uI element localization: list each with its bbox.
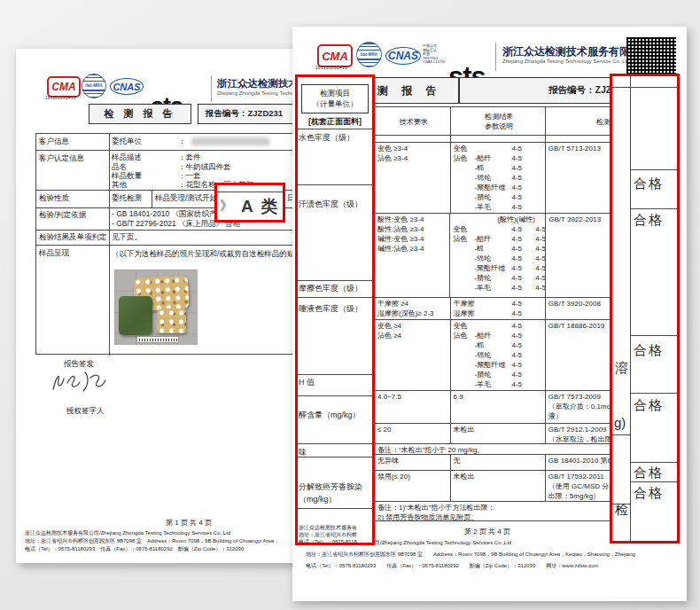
page2-page-number: 第 2 页 共 4 页 (430, 527, 545, 536)
photo-label-strip (136, 336, 179, 343)
sign-authorized-label: 授权签字人 (66, 406, 105, 416)
annotation-strip-verdict: 溶 g) 检 合格 合格 合格 合格 合格 合格 (610, 74, 680, 544)
verdict-pass-6: 合格 (634, 485, 664, 502)
section-pillowcase-fabric: [枕套正面面料] (298, 116, 372, 128)
cma-number-p2: 181111262431 (315, 66, 347, 70)
row-nature-label: 检验性质 (39, 193, 69, 203)
verdict-pass-3: 合格 (634, 342, 664, 359)
req-cell: 无异味 (375, 455, 450, 470)
req-cell: 酸性:变色 ≥3-4 酸性:沾色 ≥3-4 碱性:变色 ≥3-4 碱性:沾色 ≥… (375, 214, 449, 297)
company-name-en-p2: Zhejiang Zhongda Testing Technology Serv… (502, 59, 630, 64)
verdict-pass-1: 合格 (634, 176, 664, 192)
result-cell: 6.9 (450, 391, 545, 423)
result-cell: 未检出 (450, 471, 545, 501)
cma-logo-p2: CMA (317, 44, 353, 67)
header-divider-p2 (495, 43, 496, 71)
result-cell: 无 (450, 455, 545, 470)
redacted-client-name (191, 137, 269, 145)
page1-page-number: 第 1 页 共 4 页 (131, 518, 246, 528)
fragment-char-2: g) (614, 415, 626, 430)
req-cell: 4.0~7.5 (375, 391, 450, 423)
req-cell: 变色 ≥3-4 沾色 ≥3-4 (375, 143, 450, 213)
page2-footer-line3: 电话（Tel）：0575-81180293 传真（Fax）：0575-81180… (306, 562, 599, 569)
item-formaldehyde: 醛含量（mg/kg） (299, 410, 361, 420)
ilac-mra-logo-p2: ilac-MRA (356, 42, 382, 67)
result-cell: 变色4-5 沾色 -醋纤4-5 -棉4-5 -锦纶4-5 -聚酯纤维4-5 -腈… (450, 320, 545, 390)
item-water-fastness: 水色牢度（级） (299, 132, 354, 143)
result-head: (酸性)(碱性) (497, 215, 545, 224)
req-cell: 干摩擦 ≥4 湿摩擦(深色)≥ 2-3 (375, 298, 450, 319)
row-basis-label: 检验/判定依据 (39, 210, 86, 220)
row-entrust-colon: ： (178, 137, 186, 146)
field-sample-desc: 样品描述：套件 (112, 152, 201, 162)
signature (48, 366, 112, 402)
page2-footer-line2: 地址：浙江省绍兴市柯桥区创意园东区 9B7098 室 Address：Room … (306, 551, 635, 558)
a-class-bracket: 》 (220, 198, 233, 215)
req-cell: 变色 ≥4 沾色 ≥4 (375, 320, 450, 390)
header-divider (211, 75, 212, 102)
report-title-bar: 检 测 报 告 (89, 104, 191, 124)
strip-footer-frag-2: 地址：浙江省绍兴市柯桥 (299, 531, 357, 538)
row-ident-label: 客户认定信息 (39, 153, 84, 163)
fragment-char-3: 检 (615, 502, 628, 519)
report-title: 检 测 报 告 (104, 107, 175, 121)
ilac-mra-logo: ilac-MRA (82, 74, 106, 98)
row-result-value: 见下页。 (112, 232, 142, 242)
annotation-strip-test-items: 检测项目 （计量单位） [枕套正面面料] 水色牢度（级） 汗渍色牢度（级） 摩擦… (295, 74, 375, 545)
test-item-header-cell: 检测项目 （计量单位） (301, 84, 369, 113)
verdict-pass-4: 合格 (634, 397, 664, 414)
qr-code (626, 37, 676, 78)
row-customer-label: 客户信息 (39, 137, 69, 146)
item-perspiration-fastness: 汗渍色牢度（级） (299, 199, 362, 209)
page1-footer-line3: 电话（Tel）：0575-81180293 传真（Fax）：0575-81180… (25, 545, 244, 552)
photo-quilt-small (157, 309, 186, 333)
verdict-pass-2: 合格 (634, 212, 664, 229)
result-cell: (酸性)(碱性) 变色4-54-5 沾色 -醋纤4-54-5 -棉4-54-5 … (449, 214, 545, 297)
item-rubbing-fastness: 摩擦色牢度（级） (299, 283, 362, 293)
cnas-logo-p2: CNAS (385, 47, 421, 65)
strip-footer-frag-1: 浙江众达检测技术服务有 (299, 524, 357, 531)
header-req: 技术要求 (375, 107, 450, 135)
item-saliva-fastness: 唾液色牢度（级） (299, 303, 362, 314)
strip-footer-frag-3: 电话（Tel）：0575-8118 (299, 538, 357, 545)
result-cell: 干摩擦4-5 湿摩擦4-5 (450, 298, 545, 319)
sample-photo (114, 270, 198, 345)
item-ph-value: H 值 (299, 377, 315, 387)
sample-caption: （以下为送检样品的照片呈现和/或裁剪自送检样品的贴样） (112, 249, 309, 259)
report-no: 报告编号：ZJZD231 (206, 108, 283, 120)
result-cell: 未检出 (450, 424, 545, 443)
cnas-accreditation-text: 中国认可 国际互认 检测 TESTING CNAS L11726 (423, 44, 445, 65)
page1-footer-line2: 地址：浙江省绍兴市柯桥区创意园东区 9B7098 室 Address：Room … (25, 537, 279, 544)
a-class-label: A 类 (241, 195, 279, 218)
req-cell: 禁用(≤ 20) (375, 471, 450, 501)
report-title-p2: 测 报 告 (377, 83, 442, 98)
cnas-logo: CNAS (110, 78, 144, 95)
result-cell: 变色4-5 沾色 -醋纤4-5 -棉4-5 -锦纶4-5 -聚酯纤维4-5 -腈… (450, 143, 545, 213)
item-aromatic-amines-2: （mg/kg） (299, 494, 337, 504)
item-aromatic-amines-1: 分解致癌芳香胺染 (299, 481, 362, 492)
req-cell: ≤ 20 (375, 424, 450, 443)
fragment-char-1: 溶 (615, 360, 628, 377)
cma-number: 181111262431 (45, 95, 76, 102)
row-result-label: 检验结果及单项判定 (39, 232, 107, 242)
annotation-a-class: 》 A 类 (214, 183, 285, 223)
page-background: { "header": { "company_cn": "浙江众达检测技术服务有… (0, 0, 700, 610)
header-result: 检测结果 参数说明 (450, 107, 545, 135)
page1-footer-line1: 浙江众达检测技术服务有限公司/Zhejiang Zhongda Testing … (25, 529, 230, 536)
verdict-pass-5: 合格 (634, 465, 664, 481)
photo-green-blanket (119, 296, 152, 335)
row-nature-value: 委托检测 (112, 193, 142, 203)
row-sample-label: 样品呈现 (39, 248, 69, 258)
row-entrust-field: 委托单位 (112, 137, 142, 146)
